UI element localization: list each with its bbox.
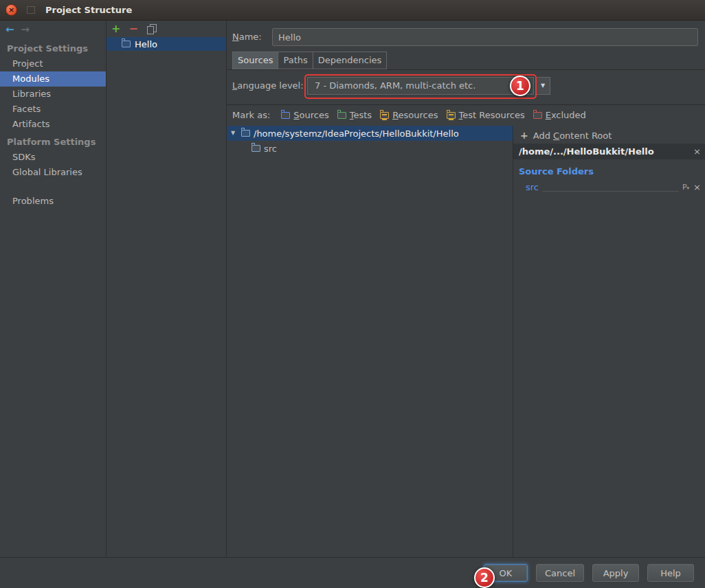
collapse-icon[interactable]: ▼ [231,131,238,136]
folder-icon [241,130,250,137]
add-module-icon[interactable]: + [111,23,120,34]
window-restore-icon[interactable] [27,6,35,14]
name-label: Name: [232,28,262,46]
sidebar-item-global-libraries[interactable]: Global Libraries [0,165,106,180]
copy-module-icon[interactable] [146,24,157,34]
sidebar-item-problems[interactable]: Problems [0,194,106,209]
source-folder-link[interactable]: src [526,182,539,192]
sidebar-section-platform-settings: Platform Settings [0,135,106,150]
annotation-badge-2: 2 [474,567,495,588]
mark-as-row: Mark as: Sources Tests Resources Test Re… [232,104,586,126]
content-root-detail-panel: + Add Content Root /home/.../HelloBukkit… [513,126,705,557]
back-icon[interactable]: ← [5,25,14,35]
sidebar-item-artifacts[interactable]: Artifacts [0,117,106,132]
content-roots-tree: ▼ /home/systemz/IdeaProjects/HelloBukkit… [227,126,513,557]
remove-source-folder-icon[interactable]: × [693,183,701,192]
separator [227,69,705,70]
mark-as-excluded[interactable]: Excluded [533,110,586,120]
module-icon [122,41,131,47]
editor-tabs: Sources Paths Dependencies [232,52,386,69]
remove-module-icon[interactable]: − [128,23,137,34]
plus-icon: + [520,131,528,140]
test-resources-folder-icon [447,112,456,119]
tests-folder-icon [337,112,346,119]
excluded-folder-icon [533,112,542,119]
resources-folder-icon [380,112,389,119]
language-level-value[interactable]: 7 - Diamonds, ARM, multi-catch etc. [307,77,534,95]
tab-paths[interactable]: Paths [278,52,313,69]
src-folder-label: src [264,144,277,154]
tree-row-content-root[interactable]: ▼ /home/systemz/IdeaProjects/HelloBukkit… [227,126,513,141]
titlebar: × Project Structure [0,0,705,21]
mark-as-resources-label: Resources [392,110,438,120]
mark-as-test-resources-label: Test Resources [459,110,525,120]
tab-dependencies[interactable]: Dependencies [313,52,388,69]
remove-content-root-icon[interactable]: × [693,146,701,157]
add-content-root-button[interactable]: + Add Content Root [513,127,705,144]
navigation-arrows: ← → [0,21,106,38]
tree-row-src[interactable]: src [227,141,513,156]
sources-folder-icon [281,112,290,119]
mark-as-tests[interactable]: Tests [337,110,372,120]
sidebar-item-libraries[interactable]: Libraries [0,87,106,102]
leader-line [543,182,678,192]
mark-as-test-resources[interactable]: Test Resources [447,110,525,120]
sidebar-item-sdks[interactable]: SDKs [0,150,106,165]
cancel-button[interactable]: Cancel [536,564,584,582]
forward-icon[interactable]: → [21,25,30,35]
help-button[interactable]: Help [647,564,694,582]
sidebar-item-facets[interactable]: Facets [0,102,106,117]
module-list-item[interactable]: Hello [107,37,226,51]
module-editor-panel: Name: Sources Paths Dependencies Languag… [227,21,705,557]
mark-as-resources[interactable]: Resources [380,110,438,120]
mark-as-excluded-label: Excluded [546,110,586,120]
module-name: Hello [135,39,157,49]
content-root-header: /home/.../HelloBukkit/Hello × [513,144,705,159]
folder-icon [251,145,260,152]
mark-as-label: Mark as: [232,110,270,120]
apply-button[interactable]: Apply [592,564,639,582]
settings-sidebar: ← → Project Settings Project Modules Lib… [0,21,107,557]
mark-as-tests-label: Tests [350,110,372,120]
annotation-badge-1: 1 [510,76,530,96]
modules-list-panel: + − Hello [107,21,227,557]
window-close-button[interactable]: × [5,4,17,16]
mark-as-sources-label: Sources [293,110,328,120]
sidebar-section-project-settings: Project Settings [0,41,106,56]
close-icon: × [8,6,14,14]
sidebar-spacer [0,180,106,194]
content-root-header-path: /home/.../HelloBukkit/Hello [519,146,654,157]
dialog-footer: OK Cancel Apply Help [0,557,705,588]
tab-sources[interactable]: Sources [232,52,278,69]
window-title: Project Structure [45,5,132,15]
dropdown-arrow-button[interactable]: ▼ [535,77,550,95]
content-root-path: /home/systemz/IdeaProjects/HelloBukkit/H… [254,128,459,139]
project-structure-dialog: × Project Structure ← → Project Settings… [0,0,705,588]
language-level-label: Language level: [232,77,304,95]
mark-as-sources[interactable]: Sources [281,110,328,120]
source-folders-header: Source Folders [519,165,705,179]
sidebar-item-modules[interactable]: Modules [0,71,106,87]
edit-properties-icon[interactable]: P▾ [682,183,689,191]
chevron-down-icon: ▼ [541,83,545,89]
add-content-root-label: Add Content Root [533,131,612,141]
modules-toolbar: + − [107,21,226,37]
sidebar-item-project[interactable]: Project [0,56,106,71]
source-folder-row: src P▾ × [526,180,701,194]
module-name-input[interactable] [272,28,698,46]
